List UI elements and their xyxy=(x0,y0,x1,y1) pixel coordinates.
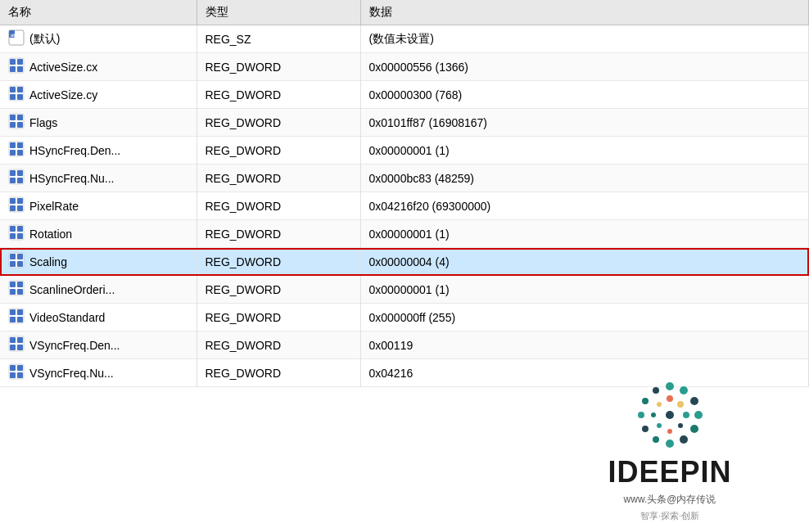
svg-rect-44 xyxy=(10,282,16,287)
cell-name: Scaling xyxy=(0,248,197,276)
cell-name: ab (默认) xyxy=(0,25,197,53)
table-row[interactable]: VSyncFreq.Den...REG_DWORD0x00119 xyxy=(0,331,809,359)
dword-icon xyxy=(8,57,25,76)
svg-rect-16 xyxy=(10,122,16,128)
cell-name: PixelRate xyxy=(0,192,197,220)
svg-rect-30 xyxy=(17,198,23,204)
cell-data: 0x04216f20 (69300000) xyxy=(360,192,809,220)
svg-point-72 xyxy=(638,412,644,418)
svg-rect-10 xyxy=(17,87,23,92)
svg-rect-6 xyxy=(10,66,16,72)
svg-text:ab: ab xyxy=(11,33,16,38)
table-header-row: 名称 类型 数据 xyxy=(0,0,809,25)
svg-rect-50 xyxy=(17,309,23,315)
cell-name: VideoStandard xyxy=(0,304,197,331)
cell-type: REG_DWORD xyxy=(197,304,360,331)
svg-point-73 xyxy=(642,398,649,404)
svg-rect-39 xyxy=(10,254,16,259)
table-row[interactable]: ScalingREG_DWORD0x00000004 (4) xyxy=(0,248,809,276)
entry-name: VideoStandard xyxy=(29,311,105,324)
dword-icon xyxy=(8,169,25,187)
table-row[interactable]: HSyncFreq.Den...REG_DWORD0x00000001 (1) xyxy=(0,137,809,165)
svg-rect-45 xyxy=(17,282,23,287)
svg-point-66 xyxy=(694,411,703,419)
svg-rect-35 xyxy=(17,226,23,232)
table-row[interactable]: ScanlineOrderi...REG_DWORD0x00000001 (1) xyxy=(0,276,809,304)
svg-point-65 xyxy=(690,397,698,405)
entry-name: HSyncFreq.Nu... xyxy=(29,172,114,185)
entry-name: (默认) xyxy=(29,32,60,47)
svg-rect-27 xyxy=(17,178,23,183)
svg-rect-51 xyxy=(10,317,16,322)
cell-data: 0x00000300 (768) xyxy=(360,81,809,109)
brand-logo: IDEEPIN xyxy=(608,455,731,489)
table-row[interactable]: PixelRateREG_DWORD0x04216f20 (69300000) xyxy=(0,192,809,220)
cell-data: 0x00000001 (1) xyxy=(360,137,809,165)
cell-type: REG_DWORD xyxy=(197,331,360,359)
dword-icon xyxy=(8,224,25,243)
svg-point-68 xyxy=(680,435,688,444)
svg-point-67 xyxy=(690,425,698,433)
svg-point-74 xyxy=(653,387,659,394)
svg-rect-12 xyxy=(17,94,23,100)
svg-rect-40 xyxy=(17,254,23,259)
svg-rect-15 xyxy=(17,115,23,120)
dword-icon xyxy=(8,113,25,132)
table-row[interactable]: HSyncFreq.Nu...REG_DWORD0x0000bc83 (4825… xyxy=(0,165,809,192)
cell-name: VSyncFreq.Nu... xyxy=(0,359,197,387)
svg-rect-60 xyxy=(17,365,23,371)
header-type: 类型 xyxy=(197,0,360,25)
header-name: 名称 xyxy=(0,0,197,25)
table-row[interactable]: ActiveSize.cyREG_DWORD0x00000300 (768) xyxy=(0,81,809,109)
cell-name: Flags xyxy=(0,109,197,137)
cell-type: REG_DWORD xyxy=(197,53,360,81)
svg-rect-41 xyxy=(10,261,16,267)
svg-point-81 xyxy=(651,413,656,417)
cell-name: ScanlineOrderi... xyxy=(0,276,197,304)
cell-type: REG_DWORD xyxy=(197,165,360,192)
svg-rect-17 xyxy=(17,122,23,128)
svg-rect-9 xyxy=(10,87,16,92)
entry-name: Flags xyxy=(29,116,57,129)
entry-name: VSyncFreq.Den... xyxy=(29,339,120,352)
table-row[interactable]: ActiveSize.cxREG_DWORD0x00000556 (1366) xyxy=(0,53,809,81)
svg-rect-42 xyxy=(17,261,23,267)
svg-rect-11 xyxy=(10,94,16,100)
entry-name: HSyncFreq.Den... xyxy=(29,144,120,157)
svg-rect-47 xyxy=(17,289,23,295)
dword-icon xyxy=(8,252,25,271)
svg-point-76 xyxy=(677,401,684,408)
svg-point-64 xyxy=(680,386,688,394)
dword-icon xyxy=(8,85,25,104)
cell-type: REG_DWORD xyxy=(197,276,360,304)
table-row[interactable]: RotationREG_DWORD0x00000001 (1) xyxy=(0,220,809,248)
cell-type: REG_DWORD xyxy=(197,81,360,109)
svg-rect-56 xyxy=(10,345,16,350)
dword-icon xyxy=(8,363,25,382)
dword-icon xyxy=(8,336,25,354)
ab-icon: ab xyxy=(8,29,25,48)
svg-rect-57 xyxy=(17,345,23,350)
entry-name: ActiveSize.cx xyxy=(29,61,97,74)
dword-icon xyxy=(8,196,25,215)
svg-rect-37 xyxy=(17,233,23,239)
entry-name: PixelRate xyxy=(29,200,79,213)
svg-rect-52 xyxy=(17,317,23,322)
entry-name: ActiveSize.cy xyxy=(29,88,97,101)
table-row[interactable]: ab (默认)REG_SZ(数值未设置) xyxy=(0,25,809,53)
table-row[interactable]: VideoStandardREG_DWORD0x000000ff (255) xyxy=(0,304,809,331)
cell-name: ActiveSize.cy xyxy=(0,81,197,109)
cell-data: 0x00000001 (1) xyxy=(360,276,809,304)
cell-name: VSyncFreq.Den... xyxy=(0,331,197,359)
svg-rect-22 xyxy=(17,150,23,156)
entry-name: Scaling xyxy=(29,255,67,268)
cell-type: REG_DWORD xyxy=(197,248,360,276)
cell-data: (数值未设置) xyxy=(360,25,809,53)
svg-rect-59 xyxy=(10,365,16,371)
svg-rect-5 xyxy=(17,59,23,65)
brand-name: IDEEPIN xyxy=(608,455,731,489)
cell-data: 0x000000ff (255) xyxy=(360,304,809,331)
entry-name: Rotation xyxy=(29,228,72,241)
cell-data: 0x0000bc83 (48259) xyxy=(360,165,809,192)
table-row[interactable]: FlagsREG_DWORD0x0101ff87 (16908167) xyxy=(0,109,809,137)
